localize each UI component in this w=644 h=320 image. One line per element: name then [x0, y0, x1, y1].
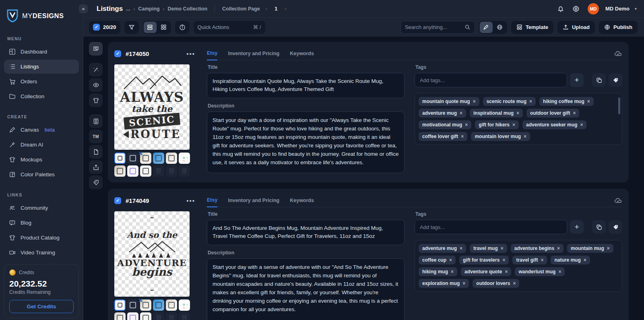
select-all-pill[interactable]: ✓ 20/20 [89, 21, 120, 34]
image-thumbnail[interactable] [153, 299, 164, 311]
sidebar-item-mockups[interactable]: Mockups [4, 153, 79, 167]
avatar[interactable]: MD [588, 3, 599, 14]
remove-tag-icon[interactable]: × [460, 110, 462, 116]
empty-thumbnail-slot[interactable] [166, 312, 177, 320]
sidebar-item-product-catalog[interactable]: Product Catalog [4, 231, 79, 245]
remove-tag-icon[interactable]: × [460, 246, 462, 251]
image-thumbnail[interactable] [140, 165, 151, 177]
add-tag-button[interactable]: + [570, 73, 584, 87]
tag-chip[interactable]: exploration mug× [419, 279, 469, 288]
description-input[interactable]: Start your day with a sense of adventure… [207, 258, 405, 320]
tag-chip[interactable]: wanderlust mug× [515, 267, 565, 276]
template-button[interactable]: Template [511, 21, 553, 34]
remove-tag-icon[interactable]: × [512, 122, 515, 128]
tag-chip[interactable]: nature mug× [551, 256, 590, 264]
remove-tag-icon[interactable]: × [502, 257, 505, 263]
magic-edit-button[interactable] [89, 63, 103, 76]
export-button[interactable] [89, 160, 103, 174]
tag-chip[interactable]: mountain mug× [567, 244, 613, 253]
remove-tag-icon[interactable]: × [505, 269, 508, 275]
sync-status-button[interactable] [614, 50, 622, 57]
remove-tag-icon[interactable]: × [587, 99, 590, 104]
image-thumbnail[interactable]: ✕ [140, 299, 151, 311]
listing-artwork-preview[interactable]: ALWAYS take the SCENIC ROUTE [114, 64, 190, 150]
empty-thumbnail-slot[interactable] [179, 312, 190, 320]
empty-thumbnail-slot[interactable] [153, 165, 164, 177]
remove-tag-icon[interactable]: × [580, 122, 583, 128]
empty-thumbnail-slot[interactable] [153, 312, 164, 320]
listing-checkbox[interactable]: ✓ [114, 197, 121, 204]
breadcrumb-demo-collection[interactable]: Demo Collection [167, 6, 207, 12]
next-page-icon[interactable]: › [285, 6, 286, 12]
remove-tag-icon[interactable]: × [451, 269, 454, 275]
breadcrumb-ellipsis[interactable]: ... [126, 6, 130, 12]
info-button[interactable] [175, 21, 190, 34]
listing-checkbox[interactable]: ✓ [114, 50, 121, 57]
empty-thumbnail-slot[interactable] [166, 165, 177, 177]
get-credits-button[interactable]: Get Credits [9, 300, 74, 313]
sidebar-item-color-palettes[interactable]: Color Palettes [4, 167, 79, 182]
remove-tag-icon[interactable]: × [461, 134, 464, 139]
image-thumbnail[interactable] [166, 299, 177, 311]
tag-chip[interactable]: motivational mug× [419, 120, 471, 129]
tag-chip[interactable]: adventure mug× [419, 244, 466, 253]
tag-chip[interactable]: hiking coffee mug× [539, 97, 594, 106]
tag-chip[interactable]: travel gift× [512, 256, 547, 264]
remove-tag-icon[interactable]: × [516, 110, 519, 116]
filter-button[interactable] [124, 21, 139, 34]
tag-chip[interactable]: coffee cup× [419, 256, 456, 264]
remove-tag-icon[interactable]: × [513, 281, 516, 286]
settings-button[interactable] [570, 3, 582, 15]
tag-chip[interactable]: mountain quote mug× [419, 97, 479, 106]
publish-button[interactable]: Publish [599, 21, 638, 34]
preview-button[interactable] [89, 78, 103, 92]
prev-page-icon[interactable]: ‹ [266, 6, 267, 12]
upload-button[interactable]: Upload [557, 21, 595, 34]
image-thumbnail[interactable] [114, 153, 126, 164]
copy-tags-button[interactable] [592, 220, 606, 234]
sidebar-item-canvas[interactable]: Canvasbeta [4, 123, 79, 137]
remove-tag-icon[interactable]: × [529, 99, 532, 104]
select-all-checkbox[interactable]: ✓ [93, 24, 100, 31]
image-thumbnail[interactable] [140, 312, 151, 320]
details-button[interactable] [89, 114, 103, 128]
notes-edit-button[interactable] [89, 42, 103, 56]
image-thumbnail[interactable] [153, 153, 164, 164]
edit-mode-button[interactable] [480, 22, 493, 33]
tag-chip[interactable]: gift for hikers× [475, 120, 519, 129]
add-tags-box[interactable] [415, 73, 567, 87]
add-tags-input[interactable] [420, 77, 562, 83]
user-menu-caret-icon[interactable]: ▾ [635, 6, 637, 11]
copy-tags-button[interactable] [592, 73, 606, 87]
sidebar-item-collection[interactable]: Collection [4, 89, 79, 103]
sync-status-button[interactable] [614, 197, 622, 204]
tab-etsy[interactable]: Etsy [207, 50, 217, 60]
web-mode-button[interactable] [493, 22, 506, 33]
sidebar-item-community[interactable]: Community [4, 201, 79, 215]
listing-menu-button[interactable]: ••• [186, 197, 197, 204]
remove-tag-icon[interactable]: × [462, 281, 465, 286]
tag-chip[interactable]: adventure mug× [419, 109, 466, 118]
image-thumbnail[interactable] [127, 312, 138, 320]
remove-tag-icon[interactable]: × [541, 257, 543, 263]
image-thumbnail[interactable] [114, 165, 126, 177]
tag-chip[interactable]: mountain lover mug× [471, 132, 530, 141]
sidebar-collapse-button[interactable]: « [79, 4, 88, 13]
tab-inventory-and-pricing[interactable]: Inventory and Pricing [228, 51, 279, 60]
tag-chip[interactable]: hiking mug× [419, 267, 457, 276]
description-input[interactable]: Start your day with a dose of inspiratio… [207, 111, 405, 173]
sidebar-item-blog[interactable]: Blog [4, 216, 79, 230]
empty-thumbnail-slot[interactable] [179, 165, 190, 177]
image-thumbnail[interactable] [179, 299, 190, 311]
remove-tag-icon[interactable]: × [573, 110, 576, 116]
remove-tag-icon[interactable]: × [473, 99, 476, 104]
image-thumbnail[interactable]: ✕ [140, 153, 151, 164]
image-thumbnail[interactable] [114, 299, 126, 311]
image-thumbnail[interactable] [127, 153, 138, 164]
notifications-button[interactable] [555, 3, 567, 15]
tag-chip[interactable]: adventure begins× [511, 244, 564, 253]
quick-actions-button[interactable]: Quick Actions ⌘ / [194, 21, 265, 34]
search-input[interactable] [405, 24, 457, 30]
remove-tag-icon[interactable]: × [557, 246, 560, 251]
breadcrumb-camping[interactable]: Camping [138, 6, 159, 12]
